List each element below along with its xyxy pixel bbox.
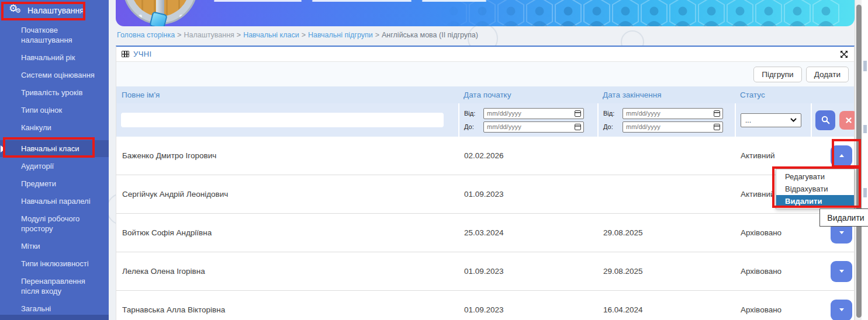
start-date-from-field[interactable] bbox=[487, 110, 570, 117]
search-button[interactable] bbox=[815, 110, 835, 130]
start-date-to-field[interactable] bbox=[487, 123, 570, 130]
students-panel: УЧНІ Підгрупи Додати Повне ім'я Дата поч… bbox=[116, 46, 855, 320]
row-actions-button[interactable] bbox=[831, 300, 852, 320]
calendar-icon[interactable] bbox=[714, 110, 720, 117]
name-filter-input[interactable] bbox=[121, 113, 444, 127]
status-filter-cell: ... bbox=[735, 103, 811, 137]
start-date-to-input[interactable] bbox=[483, 121, 584, 133]
sidebar-item-grading-systems[interactable]: Системи оцінювання bbox=[0, 70, 109, 80]
add-button[interactable]: Додати bbox=[806, 67, 849, 82]
calendar-icon[interactable] bbox=[575, 124, 581, 130]
status-select-value: ... bbox=[745, 116, 751, 124]
sidebar-item-inclusivity-types[interactable]: Типи інклюзивності bbox=[0, 259, 109, 269]
sidebar-header-label: Налаштування bbox=[27, 6, 84, 15]
calendar-icon[interactable] bbox=[575, 110, 581, 117]
panel-toolbar: Підгрупи Додати bbox=[116, 62, 854, 86]
sidebar-item-settings-root[interactable]: ⚙⚙ Налаштування bbox=[0, 0, 109, 21]
sidebar-item-tags[interactable]: Мітки bbox=[0, 241, 109, 251]
calendar-icon[interactable] bbox=[714, 124, 720, 130]
sidebar-item-workspace-modules[interactable]: Модулі робочого простору bbox=[0, 214, 109, 234]
row-actions-button[interactable] bbox=[831, 261, 852, 282]
to-label: До: bbox=[464, 123, 483, 130]
breadcrumb-separator: > bbox=[237, 31, 241, 39]
window-edge-artifact bbox=[863, 61, 867, 71]
row-actions-button[interactable] bbox=[831, 145, 852, 166]
to-label: До: bbox=[603, 123, 623, 130]
status-select[interactable]: ... bbox=[741, 113, 801, 127]
table-header-row: Повне ім'я Дата початку Дата закінчення … bbox=[116, 86, 854, 103]
start-date: 01.09.2023 bbox=[458, 190, 597, 199]
status-value: Архівовано bbox=[735, 267, 811, 276]
breadcrumb-classes[interactable]: Навчальні класи bbox=[243, 31, 299, 39]
column-header-start-date[interactable]: Дата початку bbox=[458, 91, 597, 99]
header-banner bbox=[116, 0, 855, 26]
sidebar-item-classes[interactable]: Навчальні класи bbox=[0, 140, 109, 157]
breadcrumb-separator: > bbox=[302, 31, 306, 39]
sidebar-item-auditoriums[interactable]: Аудиторії bbox=[0, 161, 109, 171]
breadcrumb: Головна сторінка>Налаштування>Навчальні … bbox=[117, 31, 478, 39]
sidebar-next-section-edge bbox=[0, 315, 109, 320]
sidebar-item-parallels[interactable]: Навчальні паралелі bbox=[0, 196, 109, 206]
start-date: 01.09.2023 bbox=[458, 305, 597, 314]
window-edge-artifact bbox=[863, 125, 867, 133]
column-header-name[interactable]: Повне ім'я bbox=[116, 91, 458, 99]
table-row: Войтюк Софія Андріївна 25.03.2024 29.08.… bbox=[116, 214, 854, 252]
breadcrumb-home[interactable]: Головна сторінка bbox=[117, 31, 175, 39]
sidebar-item-holidays[interactable]: Канікули bbox=[0, 123, 109, 133]
from-label: Від: bbox=[464, 110, 483, 117]
panel-title: УЧНІ bbox=[133, 50, 152, 58]
student-name: Сергійчук Андрій Леонідович bbox=[116, 190, 458, 199]
breadcrumb-current-page: Англійська мова (ІІ підгрупа) bbox=[382, 31, 478, 39]
breadcrumb-separator: > bbox=[375, 31, 379, 39]
menu-item-delete[interactable]: Видалити bbox=[776, 195, 854, 207]
end-date: 16.04.2024 bbox=[597, 305, 735, 314]
student-name: Лелека Олена Ігорівна bbox=[116, 267, 458, 276]
delete-tooltip: Видалити bbox=[819, 208, 868, 227]
start-date: 01.09.2023 bbox=[458, 267, 597, 276]
expand-arrows-icon[interactable] bbox=[840, 50, 848, 58]
sidebar-item-lesson-duration[interactable]: Тривалість уроків bbox=[0, 88, 109, 98]
breadcrumb-settings: Налаштування bbox=[184, 31, 234, 39]
from-label: Від: bbox=[603, 110, 623, 117]
sidebar: ⚙⚙ Налаштування Початкове налаштування Н… bbox=[0, 0, 109, 320]
sidebar-menu: Початкове налаштування Навчальний рік Си… bbox=[0, 25, 109, 320]
avatar-hexagon-pattern bbox=[437, 0, 855, 26]
cogs-icon: ⚙⚙ bbox=[9, 5, 22, 16]
sidebar-item-grade-types[interactable]: Типи оцінок bbox=[0, 105, 109, 115]
student-name: Баженко Дмитро Ігорович bbox=[116, 151, 458, 160]
caret-down-icon bbox=[839, 270, 844, 273]
table-row: Сергійчук Андрій Леонідович 01.09.2023 А… bbox=[116, 175, 854, 214]
end-date-to-field[interactable] bbox=[626, 123, 710, 130]
menu-item-edit[interactable]: Редагувати bbox=[776, 171, 854, 183]
subgroups-button[interactable]: Підгрупи bbox=[753, 67, 801, 82]
sidebar-item-subjects[interactable]: Предмети bbox=[0, 179, 109, 189]
chevron-down-icon bbox=[790, 118, 797, 122]
start-date-from-input[interactable] bbox=[483, 108, 584, 119]
student-name: Войтюк Софія Андріївна bbox=[116, 228, 458, 237]
column-header-status[interactable]: Статус bbox=[735, 91, 811, 99]
window-edge bbox=[862, 0, 868, 320]
breadcrumb-separator: > bbox=[177, 31, 181, 39]
menu-item-expel[interactable]: Відрахувати bbox=[776, 183, 854, 195]
app-window: ⚙⚙ Налаштування Початкове налаштування Н… bbox=[0, 0, 868, 320]
end-date-to-input[interactable] bbox=[623, 121, 723, 133]
start-date: 25.03.2024 bbox=[458, 228, 597, 237]
end-date-from-field[interactable] bbox=[626, 110, 710, 117]
status-value: Архівовано bbox=[735, 305, 811, 314]
student-name: Тарнавська Алла Вікторівна bbox=[116, 305, 458, 314]
sidebar-item-login-redirect[interactable]: Перенаправлення після входу bbox=[0, 276, 109, 296]
start-date: 02.02.2026 bbox=[458, 151, 597, 160]
column-header-end-date[interactable]: Дата закінчення bbox=[597, 91, 735, 99]
row-actions-menu: Редагувати Відрахувати Видалити bbox=[776, 169, 855, 209]
vertical-scrollbar[interactable] bbox=[855, 0, 862, 320]
end-date-from-input[interactable] bbox=[623, 108, 723, 119]
scrollbar-thumb[interactable] bbox=[856, 5, 862, 318]
start-date-filter-cell: Від: До: bbox=[458, 103, 597, 137]
clipped-title-fragment bbox=[214, 0, 302, 2]
table-body: Баженко Дмитро Ігорович 02.02.2026 Актив… bbox=[116, 137, 854, 320]
breadcrumb-subgroups[interactable]: Навчальні підгрупи bbox=[308, 31, 373, 39]
clipped-title-fragment bbox=[312, 0, 411, 2]
sidebar-item-school-year[interactable]: Навчальний рік bbox=[0, 53, 109, 62]
table-row: Лелека Олена Ігорівна 01.09.2023 29.08.2… bbox=[116, 252, 854, 291]
sidebar-item-initial-setup[interactable]: Початкове налаштування bbox=[0, 25, 109, 45]
